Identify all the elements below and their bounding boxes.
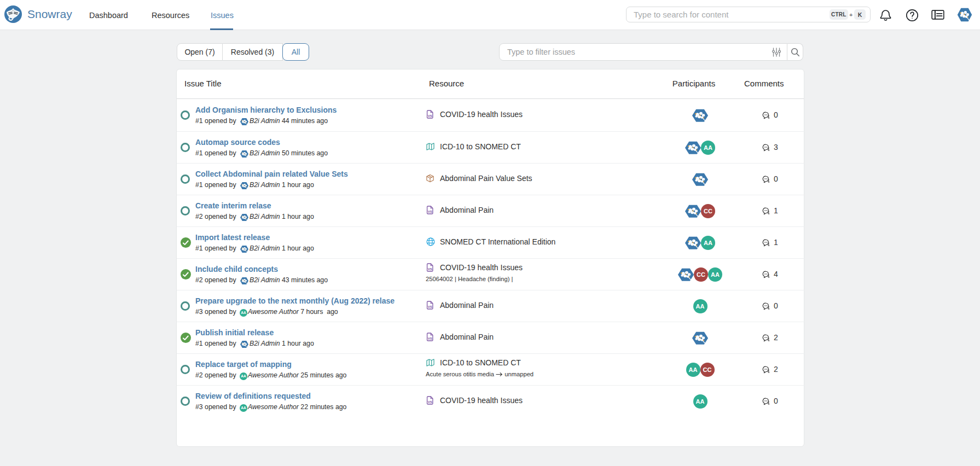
svg-text:VS: VS: [428, 114, 432, 118]
svg-text:VS: VS: [428, 336, 432, 340]
svg-text:VS: VS: [428, 267, 432, 271]
svg-text:VS: VS: [428, 209, 432, 213]
svg-text:VS: VS: [428, 400, 432, 404]
svg-text:VS: VS: [428, 305, 432, 308]
